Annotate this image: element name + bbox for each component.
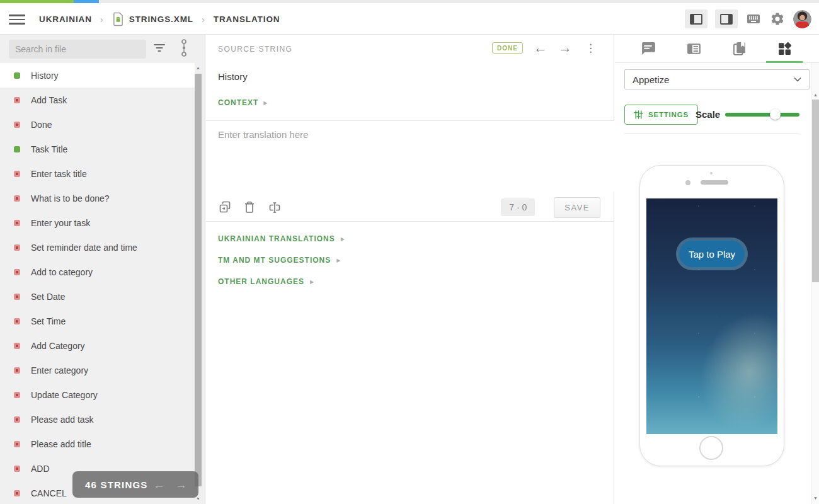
settings-button[interactable] xyxy=(769,11,786,27)
string-list-item[interactable]: Enter your task xyxy=(0,210,195,235)
caret-right-icon: ▶ xyxy=(263,100,267,106)
tab-terms[interactable] xyxy=(671,35,716,63)
preview-tabs xyxy=(615,35,819,63)
sidebar-scrollbar[interactable]: ▲ ▼ xyxy=(194,65,202,502)
translation-input[interactable] xyxy=(206,121,614,192)
char-counter: 7 · 0 xyxy=(501,198,535,216)
string-list-item[interactable]: Enter task title xyxy=(0,161,195,186)
context-toggle[interactable]: CONTEXT ▶ xyxy=(218,98,268,107)
menu-icon[interactable] xyxy=(9,12,25,26)
string-list-item[interactable]: Done xyxy=(0,112,195,137)
next-string-button[interactable]: → xyxy=(558,41,572,55)
strings-counter-pill: 46 STRINGS ← → xyxy=(72,471,198,498)
section-other-languages[interactable]: OTHER LANGUAGES ▶ xyxy=(218,271,345,292)
breadcrumb: UKRAINIAN › STRINGS.XML › TRANSLATION xyxy=(39,3,280,35)
scale-slider[interactable] xyxy=(725,113,799,117)
translation-status-icon xyxy=(14,171,20,177)
filter-icon xyxy=(152,42,166,54)
string-list-item[interactable]: Set Date xyxy=(0,284,195,309)
string-label: Update Category xyxy=(31,390,98,400)
editor-toolbar: 7 · 0 SAVE xyxy=(206,193,614,221)
list-options-button[interactable] xyxy=(180,38,188,60)
translation-status-icon xyxy=(14,97,20,103)
translation-status-icon xyxy=(14,220,20,226)
toggle-left-panel-button[interactable] xyxy=(685,9,707,28)
more-vertical-icon xyxy=(180,38,188,58)
string-list-item[interactable]: Add to category xyxy=(0,260,195,284)
clear-translation-button[interactable] xyxy=(243,200,256,214)
sliders-icon xyxy=(634,110,643,120)
select-text-button[interactable] xyxy=(267,200,282,214)
strings-sidebar: History Add Task Done Task Title Enter t… xyxy=(0,35,205,504)
chevron-right-icon: › xyxy=(100,14,104,25)
translation-editor: SOURCE STRING DONE ← → ⋮ History CONTEXT… xyxy=(206,35,614,504)
translation-status-icon xyxy=(14,466,20,472)
sidebar-scrollbar-thumb[interactable] xyxy=(195,74,202,486)
text-select-icon xyxy=(267,200,282,214)
copy-source-button[interactable] xyxy=(218,200,232,214)
string-label: Add Category xyxy=(31,341,85,351)
string-label: CANCEL xyxy=(31,488,67,498)
scroll-up-icon[interactable]: ▲ xyxy=(194,65,202,71)
scroll-down-icon[interactable]: ▼ xyxy=(811,495,819,501)
string-list-item[interactable]: Update Category xyxy=(0,382,195,407)
tab-comments[interactable] xyxy=(626,35,671,63)
sensor-dot-icon xyxy=(710,172,713,175)
string-list-item[interactable]: Task Title xyxy=(0,137,195,161)
save-button[interactable]: SAVE xyxy=(554,197,600,218)
filter-button[interactable] xyxy=(152,42,166,57)
search-row xyxy=(0,35,205,63)
copy-icon xyxy=(218,200,232,214)
breadcrumb-language[interactable]: UKRAINIAN xyxy=(39,14,92,24)
string-label: Please add title xyxy=(31,439,91,449)
preview-scrollbar-thumb[interactable] xyxy=(812,100,819,282)
string-list-item[interactable]: History xyxy=(0,63,195,88)
string-list-item[interactable]: Add Task xyxy=(0,88,195,112)
search-input[interactable] xyxy=(9,40,146,59)
string-label: Enter task title xyxy=(31,169,87,179)
home-button[interactable] xyxy=(699,436,723,460)
tab-apps[interactable] xyxy=(762,35,807,63)
tab-glossary[interactable] xyxy=(716,35,762,63)
preview-panel: Appetize SETTINGS Scale Tap to Play ▲ ▼ xyxy=(615,35,819,504)
tap-to-play-button[interactable]: Tap to Play xyxy=(679,241,745,267)
preview-scrollbar[interactable]: ▲ ▼ xyxy=(811,63,819,504)
toggle-right-panel-button[interactable] xyxy=(715,9,738,28)
translation-status-icon xyxy=(14,146,20,152)
breadcrumb-file[interactable]: STRINGS.XML xyxy=(112,12,193,26)
string-list-item[interactable]: Please add task xyxy=(0,407,195,432)
string-list-item[interactable]: Enter category xyxy=(0,358,195,382)
section-ukrainian-translations[interactable]: UKRAINIAN TRANSLATIONS ▶ xyxy=(218,228,345,249)
string-list-item[interactable]: Add Category xyxy=(0,333,195,358)
speaker-icon xyxy=(701,180,728,185)
string-label: Please add task xyxy=(31,415,94,425)
translation-status-icon xyxy=(14,343,20,349)
user-avatar[interactable] xyxy=(793,10,811,28)
string-label: Set Time xyxy=(31,316,66,326)
string-label: Add to category xyxy=(31,267,93,277)
translation-status-icon xyxy=(14,195,20,202)
preview-settings-button[interactable]: SETTINGS xyxy=(624,105,698,125)
editor-menu-button[interactable]: ⋮ xyxy=(583,43,598,54)
previous-string-button[interactable]: ← xyxy=(534,41,547,55)
string-list-item[interactable]: Set Time xyxy=(0,309,195,333)
card-list-icon xyxy=(686,41,702,57)
string-label: Task Title xyxy=(31,144,67,154)
status-badge: DONE xyxy=(492,42,523,54)
string-list-item[interactable]: Please add title xyxy=(0,432,195,456)
next-page-button[interactable]: → xyxy=(175,479,187,491)
string-list-item[interactable]: What is to be done? xyxy=(0,186,195,210)
keyboard-shortcuts-button[interactable] xyxy=(745,11,762,27)
string-label: Set Date xyxy=(31,292,65,302)
translation-status-icon xyxy=(14,392,20,398)
translation-status-icon xyxy=(14,318,20,324)
caret-right-icon: ▶ xyxy=(310,279,314,285)
string-label: Done xyxy=(31,120,52,130)
scale-slider-thumb[interactable] xyxy=(770,109,781,120)
scroll-up-icon[interactable]: ▲ xyxy=(811,92,819,98)
preview-service-select[interactable]: Appetize xyxy=(624,69,810,89)
section-tm-mt-suggestions[interactable]: TM AND MT SUGGESTIONS ▶ xyxy=(218,249,345,271)
string-list-item[interactable]: Set reminder date and time xyxy=(0,235,195,260)
prev-page-button[interactable]: ← xyxy=(153,479,165,491)
breadcrumb-mode: TRANSLATION xyxy=(214,14,280,24)
